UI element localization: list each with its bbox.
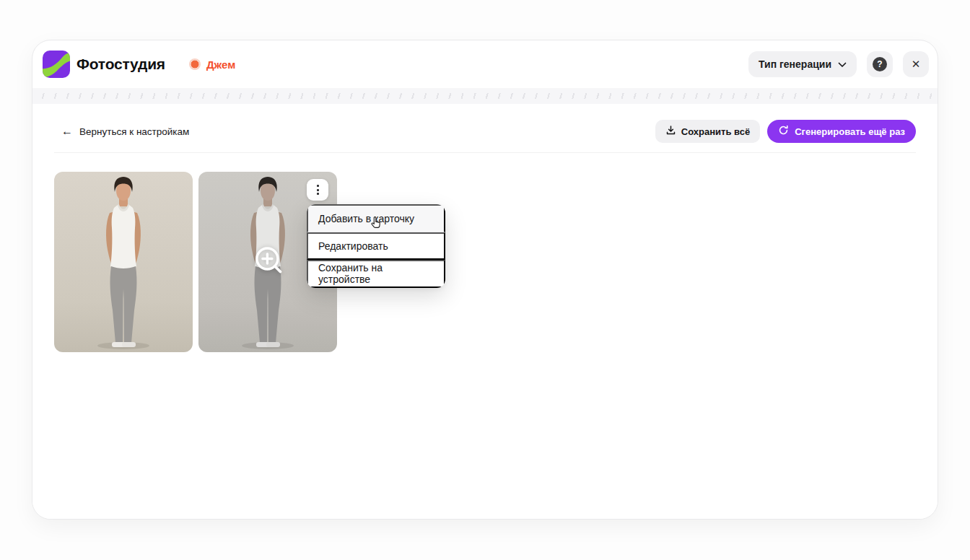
photo-options-button[interactable]	[307, 179, 328, 201]
back-to-settings-label: Вернуться к настройкам	[79, 126, 189, 137]
photo-studio-window: Фотостудия Джем Тип генерации ? ✕	[32, 40, 938, 520]
generated-photos-gallery: Добавить в карточку Редактировать Сохран…	[54, 172, 916, 352]
results-toolbar: ← Вернуться к настройкам Сохранить всё	[54, 120, 916, 143]
environment-badge: Джем	[189, 58, 235, 71]
back-to-settings-link[interactable]: ← Вернуться к настройкам	[61, 126, 189, 137]
help-icon: ?	[873, 57, 887, 71]
download-icon	[665, 125, 676, 138]
toolbar-divider	[54, 152, 916, 153]
regenerate-button[interactable]: Сгенерировать ещё раз	[767, 120, 916, 143]
page-title: Фотостудия	[77, 56, 165, 73]
regenerate-label: Сгенерировать ещё раз	[795, 126, 905, 137]
app-logo-icon	[43, 51, 70, 78]
toolbar-actions: Сохранить всё Сгенерировать ещё раз	[655, 120, 916, 143]
results-content: ← Вернуться к настройкам Сохранить всё	[32, 104, 938, 519]
model-photo-image	[54, 172, 193, 352]
brand: Фотостудия Джем	[43, 51, 235, 78]
close-button[interactable]: ✕	[903, 51, 929, 77]
menu-item-edit[interactable]: Редактировать	[307, 232, 445, 261]
environment-badge-label: Джем	[206, 58, 235, 71]
refresh-icon	[778, 125, 789, 138]
zoom-in-icon[interactable]	[252, 244, 287, 281]
generated-photo-1[interactable]	[54, 172, 193, 352]
menu-item-save-to-device[interactable]: Сохранить на устройстве	[307, 260, 445, 288]
photo-context-menu: Добавить в карточку Редактировать Сохран…	[307, 204, 445, 288]
status-dot-icon	[189, 58, 201, 70]
app-header: Фотостудия Джем Тип генерации ? ✕	[32, 40, 938, 88]
chevron-down-icon	[838, 58, 847, 70]
photo-studio-app: Фотостудия Джем Тип генерации ? ✕	[0, 0, 970, 560]
close-icon: ✕	[912, 58, 921, 71]
arrow-left-icon: ←	[61, 126, 73, 137]
perforation-band	[32, 88, 938, 104]
kebab-menu-icon	[317, 185, 319, 195]
header-actions: Тип генерации ? ✕	[748, 51, 929, 77]
menu-item-add-to-card[interactable]: Добавить в карточку	[307, 204, 445, 232]
generation-type-label: Тип генерации	[759, 58, 831, 70]
help-button[interactable]: ?	[867, 51, 893, 77]
perforation-ticks	[38, 93, 932, 99]
save-all-button[interactable]: Сохранить всё	[655, 120, 760, 143]
generation-type-dropdown[interactable]: Тип генерации	[748, 51, 857, 77]
save-all-label: Сохранить всё	[681, 126, 750, 137]
